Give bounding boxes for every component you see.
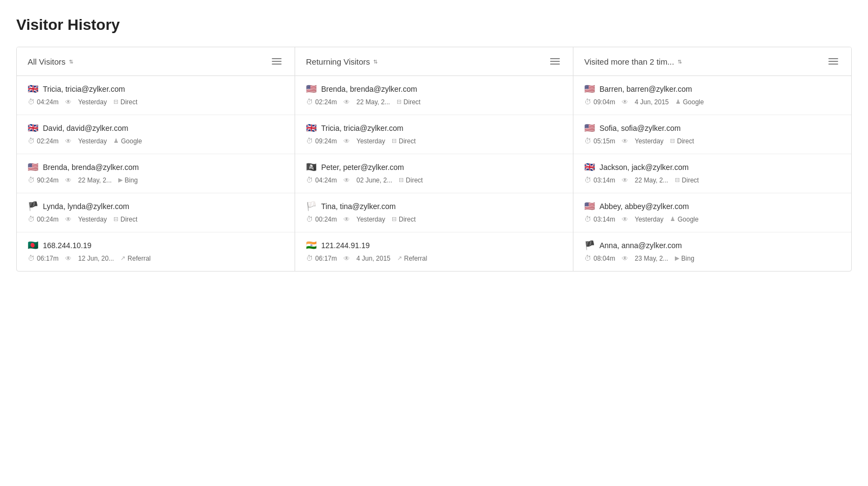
visitor-meta-row: ⏱ 06:17m👁4 Jun, 2015↗ Referral bbox=[306, 254, 562, 262]
visitor-card[interactable]: 🇮🇳121.244.91.19⏱ 06:17m👁4 Jun, 2015↗ Ref… bbox=[295, 232, 573, 271]
visitor-card[interactable]: 🇺🇸Brenda, brenda@zylker.com⏱ 02:24m👁22 M… bbox=[295, 76, 573, 115]
date-value: Yesterday bbox=[635, 216, 663, 223]
visitor-source: ⊟ Direct bbox=[675, 176, 699, 184]
visitor-name-row: 🇧🇩168.244.10.19 bbox=[28, 241, 284, 250]
visitor-card[interactable]: 🇺🇸Barren, barren@zylker.com⏱ 09:04m👁4 Ju… bbox=[573, 76, 851, 115]
source-value: Direct bbox=[404, 98, 420, 106]
eyes-icon: 👁 bbox=[343, 255, 350, 262]
visitor-duration: ⏱ 04:24m bbox=[306, 176, 337, 184]
sort-icon[interactable]: ⇅ bbox=[373, 59, 378, 65]
clock-icon: ⏱ bbox=[28, 98, 35, 106]
clock-icon: ⏱ bbox=[28, 176, 35, 184]
visitor-card[interactable]: 🇺🇸Brenda, brenda@zylker.com⏱ 90:24m👁22 M… bbox=[17, 154, 295, 193]
visitor-name-row: 🇺🇸Sofia, sofia@zylker.com bbox=[584, 124, 840, 132]
visitor-source: ♟ Google bbox=[670, 216, 699, 223]
visitor-card[interactable]: 🇬🇧David, david@zylker.com⏱ 02:24m👁Yester… bbox=[17, 115, 295, 154]
column-all-visitors: All Visitors⇅🇬🇧Tricia, tricia@zylker.com… bbox=[17, 47, 295, 271]
clock-icon: ⏱ bbox=[306, 176, 313, 184]
source-value: Google bbox=[678, 216, 699, 223]
duration-value: 03:14m bbox=[593, 176, 615, 184]
sort-icon[interactable]: ⇅ bbox=[69, 59, 73, 65]
visitor-date: Yesterday bbox=[356, 216, 385, 223]
visitor-meta-row: ⏱ 90:24m👁22 May, 2...▶ Bing bbox=[28, 176, 284, 184]
visitor-card[interactable]: 🏴Anna, anna@zylker.com⏱ 08:04m👁23 May, 2… bbox=[573, 232, 851, 271]
visitor-date: Yesterday bbox=[635, 216, 663, 223]
visitor-name-row: 🏴Anna, anna@zylker.com bbox=[584, 241, 840, 250]
column-menu-icon[interactable] bbox=[270, 56, 284, 67]
eyes-icon: 👁 bbox=[343, 216, 350, 223]
source-value: Google bbox=[683, 98, 704, 106]
visitor-source: ♟ Google bbox=[675, 98, 704, 106]
source-icon: ⊟ bbox=[675, 176, 680, 184]
visitor-card[interactable]: 🏳️Tina, tina@zylker.com⏱ 00:24m👁Yesterda… bbox=[295, 193, 573, 232]
visitor-card[interactable]: 🏴‍☠️Peter, peter@zylker.com⏱ 04:24m👁02 J… bbox=[295, 154, 573, 193]
date-value: Yesterday bbox=[356, 137, 385, 145]
column-title-visited-more: Visited more than 2 tim...⇅ bbox=[584, 57, 682, 66]
source-value: Referral bbox=[127, 255, 151, 262]
source-value: Direct bbox=[682, 176, 699, 184]
visitor-flag: 🇺🇸 bbox=[584, 124, 595, 132]
visitor-meta-row: ⏱ 09:04m👁4 Jun, 2015♟ Google bbox=[584, 98, 840, 106]
clock-icon: ⏱ bbox=[28, 254, 35, 262]
visitor-duration: ⏱ 08:04m bbox=[584, 254, 615, 262]
visitor-flag: 🏴 bbox=[584, 241, 595, 250]
visitor-date: Yesterday bbox=[78, 98, 107, 106]
visitor-name-row: 🏳️Tina, tina@zylker.com bbox=[306, 202, 562, 211]
column-title-text-all-visitors: All Visitors bbox=[28, 57, 66, 66]
source-value: Direct bbox=[406, 176, 423, 184]
date-value: 23 May, 2... bbox=[635, 255, 668, 262]
source-icon: ⊟ bbox=[399, 176, 404, 184]
date-value: Yesterday bbox=[78, 98, 107, 106]
source-value: Direct bbox=[399, 216, 416, 223]
visitor-pages: 👁 bbox=[622, 216, 628, 223]
eyes-icon: 👁 bbox=[343, 176, 350, 184]
visitor-meta-row: ⏱ 02:24m👁22 May, 2...⊟ Direct bbox=[306, 98, 562, 106]
visitor-card[interactable]: 🇧🇩168.244.10.19⏱ 06:17m👁12 Jun, 20...↗ R… bbox=[17, 232, 295, 271]
visitor-duration: ⏱ 02:24m bbox=[306, 98, 337, 106]
visitor-duration: ⏱ 02:24m bbox=[28, 137, 59, 145]
visitor-flag: 🏴‍☠️ bbox=[306, 163, 317, 172]
visitor-meta-row: ⏱ 04:24m👁02 June, 2...⊟ Direct bbox=[306, 176, 562, 184]
visitor-name: 121.244.91.19 bbox=[321, 241, 370, 250]
sort-icon[interactable]: ⇅ bbox=[678, 59, 682, 65]
column-menu-icon[interactable] bbox=[826, 56, 840, 67]
visitor-name: Anna, anna@zylker.com bbox=[599, 241, 682, 250]
column-header-all-visitors: All Visitors⇅ bbox=[17, 47, 295, 76]
clock-icon: ⏱ bbox=[306, 254, 313, 262]
visitor-pages: 👁 bbox=[622, 255, 628, 262]
visitor-card[interactable]: 🇺🇸Sofia, sofia@zylker.com⏱ 05:15m👁Yester… bbox=[573, 115, 851, 154]
visitor-card[interactable]: 🇺🇸Abbey, abbey@zylker.com⏱ 03:14m👁Yester… bbox=[573, 193, 851, 232]
visitor-duration: ⏱ 06:17m bbox=[306, 254, 337, 262]
visitor-duration: ⏱ 03:14m bbox=[584, 176, 615, 184]
visitor-name-row: 🏴Lynda, lynda@zylker.com bbox=[28, 202, 284, 211]
source-icon: ▶ bbox=[118, 176, 123, 184]
source-value: Direct bbox=[677, 137, 694, 145]
visitor-card[interactable]: 🇬🇧Tricia, tricia@zylker.com⏱ 04:24m👁Yest… bbox=[17, 76, 295, 115]
visitor-card[interactable]: 🏴Lynda, lynda@zylker.com⏱ 00:24m👁Yesterd… bbox=[17, 193, 295, 232]
duration-value: 09:24m bbox=[315, 137, 337, 145]
visitor-name-row: 🇺🇸Brenda, brenda@zylker.com bbox=[306, 85, 562, 93]
visitor-pages: 👁 bbox=[65, 216, 72, 223]
visitor-pages: 👁 bbox=[65, 255, 72, 262]
date-value: Yesterday bbox=[356, 216, 385, 223]
duration-value: 03:14m bbox=[593, 216, 615, 223]
visitor-card[interactable]: 🇬🇧Tricia, tricia@zylker.com⏱ 09:24m👁Yest… bbox=[295, 115, 573, 154]
visitor-duration: ⏱ 04:24m bbox=[28, 98, 59, 106]
duration-value: 09:04m bbox=[593, 98, 615, 106]
visitor-flag: 🏳️ bbox=[306, 202, 317, 211]
eyes-icon: 👁 bbox=[622, 255, 628, 262]
visitor-source: ⊟ Direct bbox=[397, 98, 420, 106]
visitor-meta-row: ⏱ 08:04m👁23 May, 2...▶ Bing bbox=[584, 254, 840, 262]
visitor-source: ↗ Referral bbox=[397, 255, 427, 262]
visitor-name: 168.244.10.19 bbox=[43, 241, 92, 250]
duration-value: 00:24m bbox=[37, 216, 59, 223]
visitor-card[interactable]: 🇬🇧Jackson, jack@zylker.com⏱ 03:14m👁22 Ma… bbox=[573, 154, 851, 193]
visitor-source: ▶ Bing bbox=[675, 255, 694, 262]
visitor-meta-row: ⏱ 03:14m👁22 May, 2...⊟ Direct bbox=[584, 176, 840, 184]
column-menu-icon[interactable] bbox=[548, 56, 562, 67]
source-icon: ♟ bbox=[670, 216, 675, 223]
visitor-date: 23 May, 2... bbox=[635, 255, 668, 262]
visitor-duration: ⏱ 90:24m bbox=[28, 176, 59, 184]
visitor-date: 4 Jun, 2015 bbox=[635, 98, 669, 106]
date-value: 4 Jun, 2015 bbox=[635, 98, 669, 106]
